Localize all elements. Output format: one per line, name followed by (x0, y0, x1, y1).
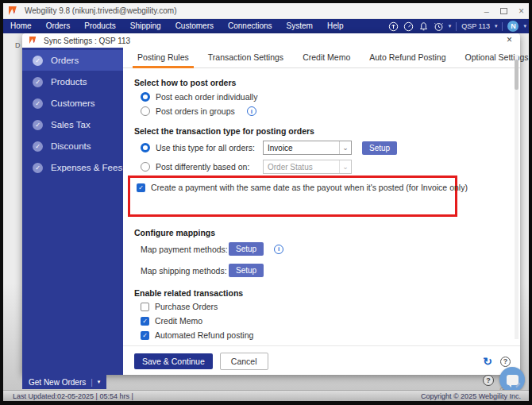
copyright-text: Copyright © 2025 Webgility Inc. (421, 392, 529, 400)
checkbox-label: Automated Refund posting (155, 330, 253, 340)
checkbox-checked-icon[interactable]: ✓ (141, 331, 149, 340)
radio-label: Post each order individually (156, 92, 257, 102)
user-menu-caret-icon[interactable]: ▾ (523, 23, 526, 29)
info-icon[interactable]: i (274, 245, 283, 254)
save-continue-button[interactable]: Save & Continue (134, 353, 213, 369)
section-heading-related-transactions: Enable related transactions (134, 288, 511, 298)
checkbox-unchecked-icon[interactable] (141, 303, 149, 311)
user-avatar[interactable]: N (507, 21, 519, 32)
radio-selected-icon[interactable] (141, 92, 150, 102)
radio-label: Post orders in groups (156, 106, 235, 116)
radio-row-post-differently[interactable]: Post differently based on: Order Status … (141, 160, 511, 174)
cancel-button[interactable]: Cancel (220, 353, 268, 370)
checkbox-row-payment-date[interactable]: ✓ Create a payment with the same date as… (137, 183, 455, 192)
upload-status-icon[interactable] (388, 21, 399, 32)
row-label: Map shipping methods: (141, 266, 223, 276)
sidebar-item-label: Expenses & Fees (51, 163, 122, 172)
tab-transaction-settings[interactable]: Transaction Settings (199, 48, 293, 68)
notifications-bell-icon[interactable] (418, 21, 429, 32)
dropdown-value: Invoice (264, 144, 339, 152)
radio-selected-icon[interactable] (141, 143, 150, 152)
tab-credit-memo[interactable]: Credit Memo (293, 48, 360, 68)
posting-rules-panel: Select how to post orders Post each orde… (123, 68, 520, 340)
sidebar-item-products[interactable]: ✓ Products (22, 71, 123, 92)
menu-connections[interactable]: Connections (221, 19, 279, 33)
map-shipping-setup-button[interactable]: Setup (229, 264, 264, 277)
section-heading-post-orders: Select how to post orders (134, 78, 511, 87)
scheduler-clock-icon[interactable] (434, 21, 444, 32)
radio-row-post-groups[interactable]: Post orders in groups i (141, 106, 511, 116)
menu-shipping[interactable]: Shipping (123, 19, 168, 33)
maximize-button[interactable] (500, 8, 507, 14)
sidebar-item-discounts[interactable]: ✓ Discounts (22, 136, 123, 156)
get-new-orders-label: Get New Orders (29, 378, 86, 387)
checkbox-label: Credit Memo (155, 316, 202, 326)
gauge-icon[interactable] (403, 21, 414, 32)
checkbox-row-credit-memo[interactable]: ✓ Credit Memo (141, 316, 511, 326)
tab-posting-rules[interactable]: Posting Rules (128, 48, 199, 68)
tab-auto-refund-posting[interactable]: Auto Refund Posting (360, 48, 455, 68)
dialog-close-icon[interactable]: × (507, 34, 512, 45)
checkbox-row-purchase-orders[interactable]: Purchase Orders (141, 302, 511, 311)
radio-unselected-icon[interactable] (141, 162, 150, 172)
settings-tabs: Posting Rules Transaction Settings Credi… (123, 48, 520, 68)
sidebar-item-customers[interactable]: ✓ Customers (22, 93, 123, 114)
get-new-orders-caret-icon[interactable]: ▾ (98, 379, 101, 385)
window-title: Webgility 9.8 (nikunj.trivedi@webgility.… (25, 6, 177, 15)
settings-content: Posting Rules Transaction Settings Credi… (123, 48, 520, 375)
screenshot-frame: Webgility 9.8 (nikunj.trivedi@webgility.… (0, 0, 532, 405)
webgility-logo-icon (29, 37, 38, 44)
checkbox-row-automated-refund[interactable]: ✓ Automated Refund posting (141, 330, 511, 340)
chat-widget-icon[interactable] (499, 367, 525, 392)
store-selector[interactable]: QSP 113 (461, 22, 490, 30)
transaction-type-setup-button[interactable]: Setup (362, 141, 397, 155)
map-shipping-methods-row: Map shipping methods: Setup (141, 264, 511, 277)
check-circle-icon: ✓ (33, 77, 43, 87)
radio-unselected-icon[interactable] (141, 106, 150, 116)
checkbox-checked-icon[interactable]: ✓ (137, 183, 145, 192)
scheduler-caret-icon[interactable]: ▾ (449, 23, 452, 29)
help-icon-bottom[interactable]: ? (483, 375, 494, 386)
menubar-divider (502, 22, 503, 31)
refresh-icon[interactable]: ↻ (483, 356, 492, 367)
sidebar-item-sales-tax[interactable]: ✓ Sales Tax (22, 114, 123, 135)
check-circle-icon: ✓ (33, 56, 43, 66)
minimize-button[interactable]: – (484, 3, 489, 19)
sidebar-item-label: Products (51, 77, 87, 87)
section-heading-transaction-type: Select the transaction type for posting … (134, 126, 511, 136)
sidebar-item-orders[interactable]: ✓ Orders (22, 50, 123, 71)
info-icon[interactable]: i (247, 106, 256, 116)
dialog-title: Sync Settings : QSP 113 (44, 37, 130, 45)
dialog-header: Sync Settings : QSP 113 × (22, 33, 520, 48)
close-window-button[interactable]: × (519, 3, 524, 19)
last-updated-status: Last Updated:02-05-2025 | 05:54 hrs | (3, 392, 133, 400)
chevron-down-icon: ⌄ (339, 141, 351, 154)
radio-row-post-individually[interactable]: Post each order individually (141, 92, 511, 102)
help-icon[interactable]: ? (500, 357, 511, 367)
radio-label: Post differently based on: (156, 162, 257, 172)
sidebar-item-expenses-fees[interactable]: ✓ Expenses & Fees (22, 157, 123, 178)
menu-products[interactable]: Products (77, 19, 122, 33)
dropdown-value: Order Status (264, 163, 339, 172)
menu-home[interactable]: Home (3, 19, 39, 33)
scrollbar-thumb[interactable] (515, 60, 519, 90)
status-bar: Last Updated:02-05-2025 | 05:54 hrs | Co… (3, 390, 529, 401)
map-payment-setup-button[interactable]: Setup (229, 242, 264, 256)
check-circle-icon: ✓ (33, 163, 43, 173)
menu-help[interactable]: Help (320, 19, 351, 33)
transaction-type-dropdown[interactable]: Invoice ⌄ (263, 141, 352, 155)
store-selector-caret-icon[interactable]: ▾ (495, 23, 498, 29)
menu-system[interactable]: System (279, 19, 320, 33)
dialog-footer: Save & Continue Cancel ↻ ? (123, 345, 520, 370)
get-new-orders-button[interactable]: Get New Orders | ▾ (22, 375, 106, 389)
settings-sidebar: ✓ Orders ✓ Products ✓ Customers ✓ Sales … (22, 48, 123, 375)
check-circle-icon: ✓ (33, 141, 43, 152)
radio-row-use-type-all[interactable]: Use this type for all orders: Invoice ⌄ … (141, 141, 511, 155)
menu-orders[interactable]: Orders (39, 19, 78, 33)
checkbox-checked-icon[interactable]: ✓ (141, 317, 149, 326)
menu-customers[interactable]: Customers (168, 19, 221, 33)
sidebar-item-label: Sales Tax (51, 120, 91, 129)
button-divider: | (91, 378, 93, 387)
app-window: Webgility 9.8 (nikunj.trivedi@webgility.… (3, 3, 529, 401)
vertical-scrollbar[interactable] (515, 55, 519, 339)
